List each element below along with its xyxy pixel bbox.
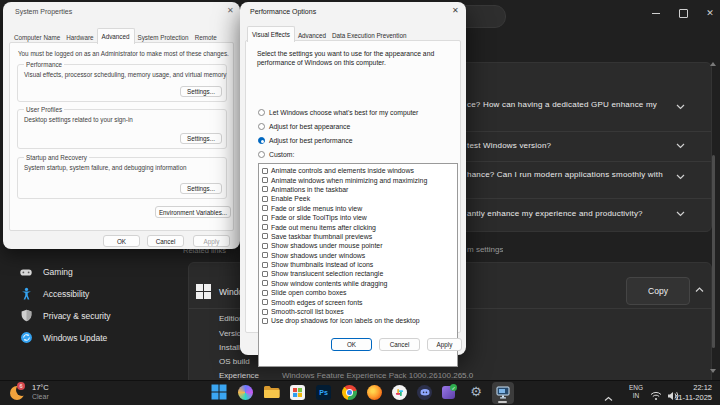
close-button[interactable]: ✕: [695, 0, 720, 26]
checkbox-item[interactable]: Animate controls and elements inside win…: [259, 166, 457, 175]
chevron-down-icon[interactable]: [676, 211, 685, 217]
ok-button[interactable]: OK: [103, 235, 140, 247]
update-icon: [19, 331, 33, 345]
apply-button[interactable]: Apply: [427, 338, 462, 351]
weather-widget[interactable]: 6 17°C Clear: [6, 381, 106, 405]
slack-icon[interactable]: [392, 385, 407, 400]
checkbox-item[interactable]: Show translucent selection rectangle: [259, 269, 457, 278]
checkbox-icon[interactable]: [262, 243, 268, 249]
chevron-down-icon[interactable]: [676, 143, 685, 149]
store-tiles-icon: [293, 388, 302, 397]
settings-gear-icon[interactable]: ⚙: [468, 383, 484, 401]
checkbox-icon[interactable]: [262, 262, 268, 268]
checkbox-item[interactable]: Fade or slide menus into view: [259, 204, 457, 213]
checkbox-item[interactable]: Show window contents while dragging: [259, 279, 457, 288]
copilot-icon[interactable]: [238, 385, 253, 400]
chevron-down-icon[interactable]: [676, 174, 685, 180]
faq-question[interactable]: hance? Can I run modern applications smo…: [467, 170, 663, 179]
sidebar-item-accessibility[interactable]: Accessibility: [8, 284, 178, 303]
checkbox-item[interactable]: Fade or slide ToolTips into view: [259, 213, 457, 222]
start-button[interactable]: [211, 384, 228, 401]
clock-tray[interactable]: 22:12 11-11-2025: [675, 383, 712, 402]
checkbox-icon[interactable]: [262, 177, 268, 183]
cancel-button[interactable]: Cancel: [379, 338, 420, 351]
performance-options-dialog: Performance Options ✕ Visual Effects Adv…: [240, 2, 466, 355]
user-profiles-settings-button[interactable]: Settings...: [180, 133, 222, 144]
checkbox-icon[interactable]: [262, 271, 268, 277]
performance-settings-button[interactable]: Settings...: [180, 86, 222, 97]
faq-question[interactable]: ce? How can having a dedicated GPU enhan…: [467, 100, 657, 109]
language-indicator[interactable]: ENG IN: [629, 384, 643, 399]
wifi-icon[interactable]: [650, 387, 662, 405]
button-label: Settings...: [187, 185, 215, 192]
radio-icon[interactable]: [258, 151, 265, 158]
minimize-icon: [652, 13, 660, 14]
checkbox-item[interactable]: Enable Peek: [259, 194, 457, 203]
minimize-button[interactable]: [641, 0, 671, 26]
close-icon[interactable]: ✕: [227, 7, 234, 15]
photoshop-icon[interactable]: Ps: [316, 385, 331, 400]
scroll-up-arrow[interactable]: [710, 62, 716, 66]
file-explorer-icon[interactable]: [263, 384, 280, 401]
ok-button[interactable]: OK: [331, 338, 372, 351]
firefox-icon[interactable]: [367, 385, 382, 400]
tab-advanced[interactable]: Advanced: [97, 28, 135, 44]
visual-effects-listbox[interactable]: Animate controls and elements inside win…: [258, 163, 458, 367]
checkbox-icon[interactable]: [262, 224, 268, 230]
apply-button[interactable]: Apply: [193, 235, 230, 247]
maximize-button[interactable]: [668, 0, 698, 26]
checkbox-item[interactable]: Fade out menu items after clicking: [259, 222, 457, 231]
copy-button[interactable]: Copy: [626, 277, 690, 305]
checkbox-item[interactable]: Show shadows under windows: [259, 251, 457, 260]
checkbox-icon[interactable]: [262, 186, 268, 192]
checkbox-icon[interactable]: [262, 205, 268, 211]
scroll-down-arrow[interactable]: [710, 369, 716, 373]
sidebar-item-gaming[interactable]: Gaming: [8, 262, 178, 281]
checkbox-icon[interactable]: [262, 299, 268, 305]
radio-icon-selected[interactable]: [258, 137, 265, 144]
microsoft-store-icon[interactable]: [290, 385, 305, 400]
checkbox-icon[interactable]: [262, 233, 268, 239]
checkbox-item[interactable]: Save taskbar thumbnail previews: [259, 232, 457, 241]
checkbox-icon[interactable]: [262, 215, 268, 221]
chevron-down-icon[interactable]: [676, 104, 685, 110]
checkbox-item[interactable]: Animations in the taskbar: [259, 185, 457, 194]
close-icon[interactable]: ✕: [452, 7, 459, 15]
checkbox-icon[interactable]: [262, 318, 268, 324]
chrome-icon[interactable]: [342, 385, 357, 400]
radio-option-windows-choose[interactable]: Let Windows choose what's best for my co…: [258, 109, 418, 116]
scrollbar-thumb[interactable]: [712, 155, 715, 348]
tab-visual-effects[interactable]: Visual Effects: [247, 26, 295, 42]
related-links-fragment[interactable]: m settings: [467, 245, 503, 254]
chevron-up-icon[interactable]: [695, 287, 704, 293]
faq-question[interactable]: test Windows version?: [467, 141, 551, 150]
checkbox-icon[interactable]: [262, 290, 268, 296]
checkbox-item[interactable]: Use drop shadows for icon labels on the …: [259, 316, 457, 325]
radio-option-best-appearance[interactable]: Adjust for best appearance: [258, 123, 350, 130]
sidebar-item-privacy-security[interactable]: Privacy & security: [8, 306, 178, 325]
checkbox-item[interactable]: Show shadows under mouse pointer: [259, 241, 457, 250]
cancel-button[interactable]: Cancel: [147, 235, 184, 247]
checkbox-icon[interactable]: [262, 252, 268, 258]
radio-icon[interactable]: [258, 109, 265, 116]
tray-chevron-up[interactable]: [604, 388, 613, 405]
checkbox-item[interactable]: Show thumbnails instead of icons: [259, 260, 457, 269]
checkbox-item[interactable]: Animate windows when minimizing and maxi…: [259, 175, 457, 184]
sidebar-item-windows-update[interactable]: Windows Update: [8, 328, 178, 347]
checkbox-icon[interactable]: [262, 196, 268, 202]
discord-icon[interactable]: [417, 385, 432, 400]
checkbox-item[interactable]: Smooth-scroll list boxes: [259, 307, 457, 316]
radio-option-custom[interactable]: Custom:: [258, 151, 294, 158]
app-with-check-icon[interactable]: ✓: [442, 384, 457, 400]
startup-settings-button[interactable]: Settings...: [180, 183, 222, 194]
checkbox-icon[interactable]: [262, 168, 268, 174]
radio-icon[interactable]: [258, 123, 265, 130]
weather-badge: 6: [17, 382, 25, 390]
radio-option-best-performance[interactable]: Adjust for best performance: [258, 137, 353, 144]
environment-variables-button[interactable]: Environment Variables...: [155, 206, 231, 218]
checkbox-item[interactable]: Slide open combo boxes: [259, 288, 457, 297]
checkbox-icon[interactable]: [262, 309, 268, 315]
checkbox-icon[interactable]: [262, 280, 268, 286]
faq-question[interactable]: antly enhance my experience and producti…: [467, 209, 643, 218]
checkbox-item[interactable]: Smooth edges of screen fonts: [259, 297, 457, 306]
